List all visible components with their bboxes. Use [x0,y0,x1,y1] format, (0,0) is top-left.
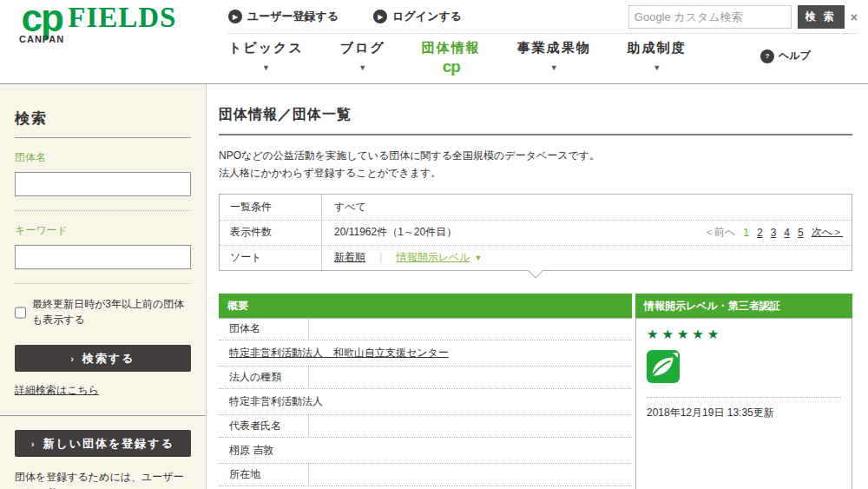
register-note: 団体を登録するためには、ユーザー登録が必要です。 ユーザー登録について詳しくはこ… [15,469,191,489]
pagination-page-1: 1 [743,227,749,239]
table-row: 和歌山県和歌山市 [219,486,632,489]
disclosure-column-header: 情報開示レベル・第三者認証 [635,294,852,318]
pagination-page-4[interactable]: 4 [784,227,790,239]
google-search-button[interactable]: 検 索 [798,5,845,29]
table-row: 法人の種類 [219,367,632,389]
chevron-down-icon: ▼ [262,63,270,72]
utility-divider [228,33,858,34]
pagination: ＜前へ 1 2 3 4 5 次へ＞ [704,225,843,240]
last-updated-timestamp: 2018年12月19日 13:35更新 [647,406,841,420]
register-organization-button[interactable]: ›新しい団体を登録する [15,430,191,457]
cp-logo-icon: cp [21,2,62,34]
org-name-input[interactable] [15,172,191,196]
canpan-fields-logo[interactable]: cp CANPAN FIELDS [19,2,176,44]
nav-grant-programs[interactable]: 助成制度 ▼ [628,40,687,75]
fields-wordmark: FIELDS [68,3,176,32]
google-custom-search: 検 索 × [628,5,858,29]
pagination-page-3[interactable]: 3 [771,227,777,239]
sort-label: ソート [220,246,322,270]
nav-blog[interactable]: ブログ ▼ [340,40,385,75]
utility-links: ▶ ユーザー登録する ▶ ログインする [228,9,462,24]
table-row: 特定非営利活動法人 和歌山自立支援センター [219,340,632,367]
table-row: 代表者氏名 [219,415,632,438]
arrow-right-icon: › [31,439,36,449]
sort-by-disclosure-level-link[interactable]: 情報開示レベル [397,250,470,265]
show-old-orgs-option: 最終更新日時が3年以上前の団体も表示する [15,284,191,331]
page-description: NPOなどの公益活動を実施している団体に関する全国規模のデータベースです。 法人… [219,148,852,182]
keyword-label: キーワード [15,223,191,238]
list-conditions-box: 一覧条件 すべて 表示件数 20/11962件（1～20件目） ＜前へ 1 2 … [219,194,852,271]
table-row: 特定非営利活動法人 [219,389,632,415]
chevron-down-icon: ▼ [358,63,366,72]
main-content: 団体情報／団体一覧 NPOなどの公益活動を実施している団体に関する全国規模のデー… [207,84,868,489]
table-row: 所在地 [219,464,632,486]
condition-row-count: 表示件数 20/11962件（1～20件目） ＜前へ 1 2 3 4 5 次へ＞ [220,220,852,245]
corporation-type-field-label: 法人の種類 [219,367,309,388]
overview-column-header: 概要 [219,294,632,318]
keyword-input[interactable] [15,245,191,269]
show-old-orgs-checkbox[interactable] [15,298,26,327]
login-link[interactable]: ▶ ログインする [373,9,462,24]
certification-leaf-badge-icon [647,350,841,386]
condition-row-filter: 一覧条件 すべて [220,195,852,220]
help-label: ヘルプ [779,49,811,63]
arrow-right-icon: › [71,354,76,364]
filter-value: すべて [322,200,852,215]
sort-by-newest-link[interactable]: 新着順 [334,250,365,265]
keyword-group: キーワード [15,211,191,284]
user-register-link[interactable]: ▶ ユーザー登録する [228,9,339,24]
corporation-type-value: 特定非営利活動法人 [219,389,333,414]
organization-detail-list: 団体名 特定非営利活動法人 和歌山自立支援センター 法人の種類 特定非営利活動法… [219,318,632,489]
search-sidebar: 検索 団体名 キーワード 最終更新日時が3年以上前の団体も表示する ›検索する … [0,84,207,489]
organization-results-table: 概要 情報開示レベル・第三者認証 団体名 特定非営利活動法人 和歌山自立支援セン… [219,294,852,489]
location-field-label: 所在地 [219,464,309,486]
play-circle-icon: ▶ [228,10,242,23]
help-link[interactable]: ? ヘルプ [760,49,811,63]
show-old-orgs-label: 最終更新日時が3年以上前の団体も表示する [32,296,191,327]
main-nav: トピックス ▼ ブログ ▼ 団体情報 cp 事業成果物 ▼ 助成制度 ▼ [228,40,687,75]
close-search-icon[interactable]: × [851,10,858,24]
table-row: 団体名 [219,318,632,340]
chevron-down-icon: ▼ [550,63,558,72]
nav-organization-info[interactable]: 団体情報 cp [422,40,481,75]
sidebar-title: 検索 [15,84,191,138]
pagination-page-5[interactable]: 5 [798,227,804,239]
count-label: 表示件数 [220,221,322,245]
login-label: ログインする [392,9,462,24]
org-name-field-label: 団体名 [219,318,309,340]
sort-separator: ｜ [376,250,386,265]
table-row: 栩原 吉敦 [219,438,632,464]
cp-active-marker-icon: cp [443,58,460,75]
sidebar-divider [0,415,206,416]
pagination-prev: ＜前へ [704,225,735,240]
canpan-logo-mark: cp CANPAN [19,2,64,44]
site-header: cp CANPAN FIELDS ▶ ユーザー登録する ▶ ログインする 検 索… [0,0,868,84]
count-value: 20/11962件（1～20件目） [334,225,457,240]
org-name-group: 団体名 [15,138,191,211]
nav-project-results[interactable]: 事業成果物 ▼ [517,40,591,75]
advanced-search-link[interactable]: 詳細検索はこちら [15,383,99,398]
representative-value: 栩原 吉敦 [219,438,284,463]
play-circle-icon: ▶ [373,10,387,23]
chevron-down-icon: ▼ [475,254,483,262]
user-register-label: ユーザー登録する [247,9,339,24]
chevron-down-icon: ▼ [653,63,661,72]
representative-field-label: 代表者氏名 [219,415,309,437]
organization-name-link[interactable]: 特定非営利活動法人 和歌山自立支援センター [219,340,459,366]
nav-topics[interactable]: トピックス ▼ [228,40,304,75]
canpan-wordmark: CANPAN [19,34,64,44]
page-title: 団体情報／団体一覧 [219,84,852,135]
filter-label: 一覧条件 [220,195,322,220]
disclosure-level-cell: ★★★★★ 2018年12月19日 13:35更新 [635,318,852,489]
org-name-label: 団体名 [15,150,191,165]
pagination-next[interactable]: 次へ＞ [812,225,843,240]
question-circle-icon: ? [760,50,774,63]
pagination-page-2[interactable]: 2 [757,227,763,239]
cell-divider [647,397,841,398]
google-search-input[interactable] [628,5,792,29]
disclosure-star-rating: ★★★★★ [647,327,841,342]
location-value: 和歌山県和歌山市 [219,486,323,489]
search-button[interactable]: ›検索する [15,345,191,372]
